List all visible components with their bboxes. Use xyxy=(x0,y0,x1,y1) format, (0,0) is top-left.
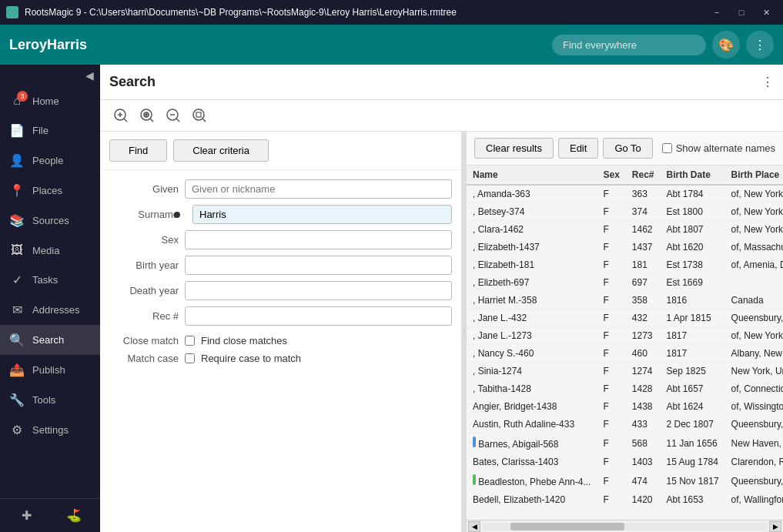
close-match-checkbox-label[interactable]: Find close matches xyxy=(201,335,287,346)
table-row[interactable]: , Sinia-1274F1274Sep 1825New York, Unite… xyxy=(467,363,783,380)
table-row[interactable]: , Elizbeth-697F697Est 1669 xyxy=(467,274,783,292)
table-row[interactable]: Bedell, Elizabeth-1420F1420Abt 1653of, W… xyxy=(467,491,783,509)
show-alternate-names-checkbox[interactable] xyxy=(662,143,672,153)
scroll-left-arrow[interactable]: ◀ xyxy=(468,521,480,532)
cell-name: , Elizabeth-181 xyxy=(467,256,597,274)
birth-year-input[interactable] xyxy=(185,256,452,275)
go-to-button[interactable]: Go To xyxy=(603,138,652,159)
table-row[interactable]: , Betsey-374F374Est 1800of, New York, Un… xyxy=(467,203,783,221)
edit-button[interactable]: Edit xyxy=(558,138,598,159)
cell-birth-place: of, New York, United States xyxy=(725,185,783,203)
table-row[interactable]: , Jane L.-432F4321 Apr 1815Queensbury, W… xyxy=(467,309,783,327)
cell-rec: 697 xyxy=(626,274,661,292)
table-row[interactable]: Beadleston, Phebe Ann-4...F47415 Nov 181… xyxy=(467,471,783,491)
sidebar-item-tasks[interactable]: ✓ Tasks xyxy=(0,265,100,295)
match-case-checkbox-label[interactable]: Require case to match xyxy=(201,353,301,364)
cell-birth-date: 15 Aug 1784 xyxy=(661,453,725,471)
cell-birth-place: Albany, New York, United States xyxy=(725,345,783,363)
cell-sex: F xyxy=(597,345,625,363)
results-table-wrapper[interactable]: Name Sex Rec# Birth Date Birth Place De.… xyxy=(467,166,783,520)
cell-sex: F xyxy=(597,327,625,345)
sidebar-item-home[interactable]: ⌂ Home 3 xyxy=(0,86,100,115)
sex-input[interactable] xyxy=(185,230,452,249)
table-row[interactable]: Bates, Clarissa-1403F140315 Aug 1784Clar… xyxy=(467,453,783,471)
close-button[interactable]: ✕ xyxy=(755,4,777,21)
table-row[interactable]: , Amanda-363F363Abt 1784of, New York, Un… xyxy=(467,185,783,203)
table-row[interactable]: , Jane L.-1273F12731817of, New York, Uni… xyxy=(467,327,783,345)
search-fields: Given Surname Sex xyxy=(100,170,461,532)
death-year-label: Death year xyxy=(109,285,179,296)
table-row[interactable]: Angier, Bridget-1438F1438Abt 1624of, Wis… xyxy=(467,398,783,416)
birth-year-label: Birth year xyxy=(109,259,179,271)
scroll-track[interactable] xyxy=(482,523,768,530)
global-search-input[interactable] xyxy=(552,35,706,55)
sidebar-item-people[interactable]: 👤 People xyxy=(0,146,100,176)
sidebar-item-publish[interactable]: 📤 Publish xyxy=(0,355,100,385)
death-year-input[interactable] xyxy=(185,281,452,300)
sidebar-item-settings[interactable]: ⚙ Settings xyxy=(0,415,100,445)
palette-button[interactable]: 🎨 xyxy=(712,31,740,59)
table-row[interactable]: , Harriet M.-358F3581816Canada xyxy=(467,292,783,309)
given-input[interactable] xyxy=(185,179,452,199)
table-row[interactable]: , Tabitha-1428F1428Abt 1657of, Connectic… xyxy=(467,380,783,398)
sidebar-item-media[interactable]: 🖼 Media xyxy=(0,236,100,265)
table-row[interactable]: Austin, Ruth Adaline-433F4332 Dec 1807Qu… xyxy=(467,416,783,433)
table-row[interactable]: Barnes, Abigail-568F56811 Jan 1656New Ha… xyxy=(467,433,783,453)
zoom-out-button[interactable] xyxy=(162,105,185,126)
cell-birth-date: Abt 1784 xyxy=(661,185,725,203)
cell-rec: 1274 xyxy=(626,363,661,380)
surname-input[interactable] xyxy=(192,205,452,224)
show-alternate-names-label[interactable]: Show alternate names xyxy=(662,142,775,154)
close-match-checkbox[interactable] xyxy=(185,336,195,346)
zoom-fit-button[interactable] xyxy=(188,105,211,126)
cell-name: , Jane L.-1273 xyxy=(467,327,597,345)
cell-name: Austin, Ruth Adaline-433 xyxy=(467,416,597,433)
cell-name: , Amanda-363 xyxy=(467,185,597,203)
sidebar-item-sources[interactable]: 📚 Sources xyxy=(0,206,100,236)
minimize-button[interactable]: − xyxy=(706,4,728,21)
sidebar-item-label: Settings xyxy=(32,424,69,436)
cell-rec: 1403 xyxy=(626,453,661,471)
clear-criteria-button[interactable]: Clear criteria xyxy=(173,139,269,162)
color-bar xyxy=(473,474,476,485)
cell-birth-date: 1 Apr 1815 xyxy=(661,309,725,327)
horizontal-scrollbar[interactable]: ◀ ▶ xyxy=(467,520,783,532)
rec-num-input[interactable] xyxy=(185,306,452,326)
cell-rec: 363 xyxy=(626,185,661,203)
cell-birth-date: 11 Jan 1656 xyxy=(661,433,725,453)
sidebar-collapse-button[interactable]: ◀ xyxy=(85,69,94,82)
scroll-right-arrow[interactable]: ▶ xyxy=(769,521,781,532)
zoom-in-button[interactable] xyxy=(109,105,132,126)
search-header-menu-button[interactable]: ⋮ xyxy=(761,75,774,89)
surname-dot xyxy=(174,212,180,218)
match-case-checkbox[interactable] xyxy=(185,353,195,363)
table-row[interactable]: , Elizabeth-181F181Est 1738of, Amenia, D… xyxy=(467,256,783,274)
publish-icon: 📤 xyxy=(9,363,25,377)
cell-sex: F xyxy=(597,453,625,471)
search-icon: 🔍 xyxy=(9,333,25,347)
add-person-button[interactable]: ✚ xyxy=(6,505,47,526)
sidebar-item-places[interactable]: 📍 Places xyxy=(0,176,100,206)
places-icon: 📍 xyxy=(9,183,25,198)
sidebar-item-addresses[interactable]: ✉ Addresses xyxy=(0,295,100,325)
cell-name: , Clara-1462 xyxy=(467,221,597,239)
window-controls: − □ ✕ xyxy=(706,4,777,21)
sidebar-item-label: Publish xyxy=(32,364,65,376)
table-row[interactable]: , Clara-1462F1462Abt 1807of, New York, U… xyxy=(467,221,783,239)
cell-rec: 1428 xyxy=(626,380,661,398)
cell-name: , Elizabeth-1437 xyxy=(467,239,597,256)
sidebar-item-file[interactable]: 📄 File xyxy=(0,115,100,146)
sidebar-item-search[interactable]: 🔍 Search xyxy=(0,325,100,355)
maximize-button[interactable]: □ xyxy=(731,4,752,21)
sidebar-item-tools[interactable]: 🔧 Tools xyxy=(0,385,100,415)
appbar-menu-button[interactable]: ⋮ xyxy=(746,31,774,59)
sidebar-item-label: Tools xyxy=(32,394,55,406)
clear-results-button[interactable]: Clear results xyxy=(474,138,554,159)
find-button[interactable]: Find xyxy=(109,139,167,162)
cell-sex: F xyxy=(597,471,625,491)
cell-name: Angier, Bridget-1438 xyxy=(467,398,597,416)
table-row[interactable]: , Elizabeth-1437F1437Abt 1620of, Massach… xyxy=(467,239,783,256)
table-row[interactable]: , Nancy S.-460F4601817Albany, New York, … xyxy=(467,345,783,363)
zoom-in-alt-button[interactable] xyxy=(136,105,159,126)
tree-view-button[interactable]: ⛳ xyxy=(53,505,94,526)
